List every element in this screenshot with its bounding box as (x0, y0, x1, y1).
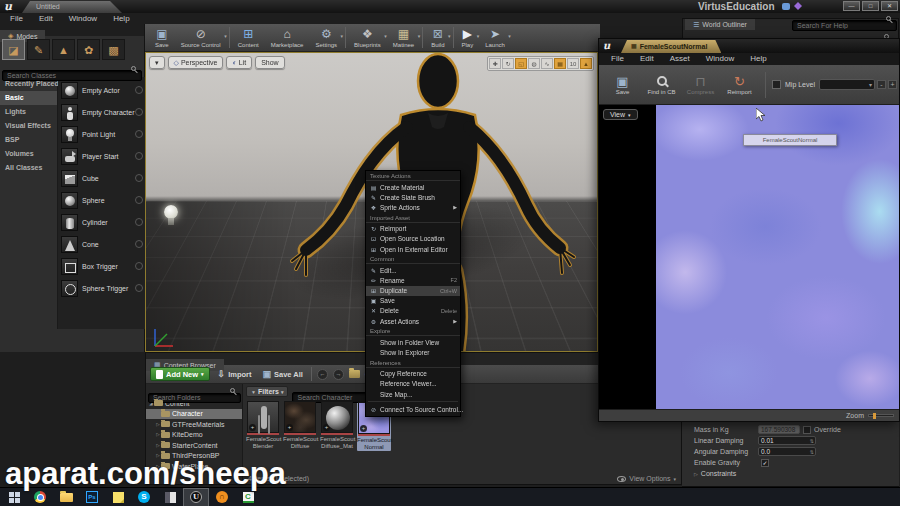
texwin-menu-file[interactable]: File (603, 53, 632, 65)
menu-item-show-in-folder-view[interactable]: Show in Folder View (366, 337, 460, 347)
taskbar-file-explorer-button[interactable] (53, 488, 79, 506)
toolbar-matinee-button[interactable]: ▦▾Matinee (387, 24, 420, 51)
landscape-mode-icon[interactable]: ▲ (52, 39, 75, 60)
tree-item-kitedemo[interactable]: ▷KiteDemo (146, 430, 242, 441)
grid-snap-icon[interactable]: ▦ (554, 58, 566, 69)
menu-window[interactable]: Window (61, 13, 105, 24)
category-visual-effects[interactable]: Visual Effects (0, 119, 57, 133)
toolbar-settings-button[interactable]: ⚙▾Settings (309, 24, 343, 51)
menu-item-create-material[interactable]: ▤Create Material (366, 182, 460, 192)
toolbar-build-button[interactable]: ⊠▾Build (425, 24, 450, 51)
mip-minus-button[interactable]: - (877, 80, 886, 89)
placeable-sphere[interactable]: Sphere (58, 189, 146, 211)
placeable-cylinder[interactable]: Cylinder (58, 211, 146, 233)
placeable-box-trigger[interactable]: Box Trigger (58, 255, 146, 277)
mip-level-dropdown[interactable] (819, 79, 875, 90)
tree-item-thirdpersonbp[interactable]: ▷ThirdPersonBP (146, 451, 242, 462)
toolbar-blueprints-button[interactable]: ❖▾Blueprints (348, 24, 387, 51)
dropdown-caret-icon[interactable]: ▾ (448, 33, 451, 39)
taskbar-photoshop-button[interactable]: Ps (79, 488, 105, 506)
asset-femalescout-diffuse[interactable]: +FemaleScoutDiffuse (283, 401, 317, 451)
save-all-button[interactable]: ▣ Save All (260, 367, 306, 381)
viewport-lit-button[interactable]: ◐Lit (226, 56, 252, 69)
view-button[interactable]: View ▾ (603, 109, 638, 120)
tree-item-waterplane[interactable]: ▷WaterPlane (146, 461, 242, 472)
viewport-perspective-button[interactable]: ◇Perspective (168, 56, 224, 69)
menu-edit[interactable]: Edit (31, 13, 61, 24)
import-button[interactable]: ⇩ Import (215, 367, 255, 381)
asset-femalescout-diffuse-mat[interactable]: +FemaleScoutDiffuse_Mat (320, 401, 354, 451)
menu-file[interactable]: File (2, 13, 31, 24)
menu-item-asset-actions[interactable]: ⚙Asset Actions▶ (366, 316, 460, 326)
add-new-button[interactable]: Add New ▾ (150, 367, 210, 381)
texture-viewport[interactable]: View ▾ FemaleScoutNormal (599, 105, 899, 409)
texwin-menu-window[interactable]: Window (698, 53, 742, 65)
move-tool-icon[interactable]: ✚ (489, 58, 501, 69)
foliage-mode-icon[interactable]: ✿ (77, 39, 100, 60)
enable-gravity-checkbox[interactable]: ✓ (761, 459, 769, 467)
point-light-sprite[interactable] (160, 203, 184, 237)
viewport-options-dropdown[interactable]: ▾ (149, 56, 165, 69)
category-lights[interactable]: Lights (0, 105, 57, 119)
scale-tool-icon[interactable]: ◱ (515, 58, 527, 69)
menu-item-connect-to-source-control[interactable]: ⊘Connect To Source Control... (366, 404, 460, 414)
texwin-menu-help[interactable]: Help (742, 53, 774, 65)
menu-item-show-in-explorer[interactable]: Show In Explorer (366, 347, 460, 357)
category-all-classes[interactable]: All Classes (0, 161, 57, 175)
menu-item-reimport[interactable]: ↻Reimport (366, 224, 460, 234)
toolbar-save-button[interactable]: ▣Save (149, 24, 175, 51)
taskbar-photos-button[interactable] (157, 488, 183, 506)
menu-item-rename[interactable]: ✏RenameF2 (366, 275, 460, 285)
toolbar-source-control-button[interactable]: ⊘▾Source Control (175, 24, 227, 51)
search-classes-input[interactable] (2, 70, 142, 81)
geometry-mode-icon[interactable]: ▩ (102, 39, 125, 60)
asset-femalescout-blender[interactable]: +FemaleScoutBlender (246, 401, 280, 451)
help-search-input[interactable] (792, 20, 897, 31)
menu-item-open-source-location[interactable]: ⊡Open Source Location (366, 234, 460, 244)
view-options-button[interactable]: View Options ▾ (617, 475, 676, 482)
menu-item-delete[interactable]: ✕DeleteDelete (366, 306, 460, 316)
place-mode-icon[interactable]: ◪ (2, 39, 25, 60)
dropdown-caret-icon[interactable]: ▾ (508, 33, 511, 39)
menu-item-save[interactable]: ▣Save (366, 296, 460, 306)
category-bsp[interactable]: BSP (0, 133, 57, 147)
placeable-player-start[interactable]: Player Start (58, 145, 146, 167)
placeable-cone[interactable]: Cone (58, 233, 146, 255)
tree-item-character[interactable]: Character (146, 409, 242, 420)
tree-item-gtfreematerials[interactable]: ▷GTFreeMaterials (146, 419, 242, 430)
zoom-slider[interactable] (868, 414, 894, 417)
viewport-show-button[interactable]: Show (255, 56, 285, 69)
menu-item-reference-viewer[interactable]: Reference Viewer... (366, 379, 460, 389)
minimize-button[interactable]: — (843, 1, 860, 11)
paint-mode-icon[interactable]: ✎ (27, 39, 50, 60)
mip-level-checkbox[interactable] (772, 80, 781, 89)
forward-button[interactable]: → (333, 369, 344, 380)
placeable-cube[interactable]: Cube (58, 167, 146, 189)
filters-button[interactable]: ▼ Filters ▾ (246, 386, 288, 397)
taskbar-sticky-notes-button[interactable] (105, 488, 131, 506)
close-button[interactable]: ✕ (881, 1, 898, 11)
coordinate-space-icon[interactable]: ◍ (528, 58, 540, 69)
toolbar-play-button[interactable]: ▶▾Play (456, 24, 480, 51)
toolbar-launch-button[interactable]: ➤▾Launch (479, 24, 511, 51)
dropdown-caret-icon[interactable]: ▾ (341, 33, 344, 39)
menu-item-edit[interactable]: ✎Edit... (366, 265, 460, 275)
linear-damping-field[interactable]: 0.01⇅ (758, 436, 816, 445)
taskbar-start-button[interactable] (1, 488, 27, 506)
level-tab[interactable]: Untitled (22, 1, 122, 13)
spinner-icon[interactable]: ⇅ (810, 437, 814, 445)
menu-item-size-map[interactable]: Size Map... (366, 389, 460, 399)
placeable-sphere-trigger[interactable]: Sphere Trigger (58, 277, 146, 299)
menu-item-duplicate[interactable]: ⊞DuplicateCtrl+W (366, 286, 460, 296)
taskbar-skype-button[interactable]: S (131, 488, 157, 506)
angular-damping-field[interactable]: 0.0⇅ (758, 447, 816, 456)
surface-snap-icon[interactable]: ∿ (541, 58, 553, 69)
texwin-save-button[interactable]: ▣Save (603, 74, 642, 95)
texwin-menu-asset[interactable]: Asset (662, 53, 698, 65)
menu-help[interactable]: Help (105, 13, 137, 24)
placeable-empty-character[interactable]: Empty Character (58, 101, 146, 123)
scale-snap-icon[interactable]: ▲ (580, 58, 592, 69)
normal-map-texture[interactable]: FemaleScoutNormal (656, 105, 899, 409)
dropdown-caret-icon[interactable]: ▾ (224, 33, 227, 39)
toolbar-content-button[interactable]: ⊞Content (232, 24, 265, 51)
